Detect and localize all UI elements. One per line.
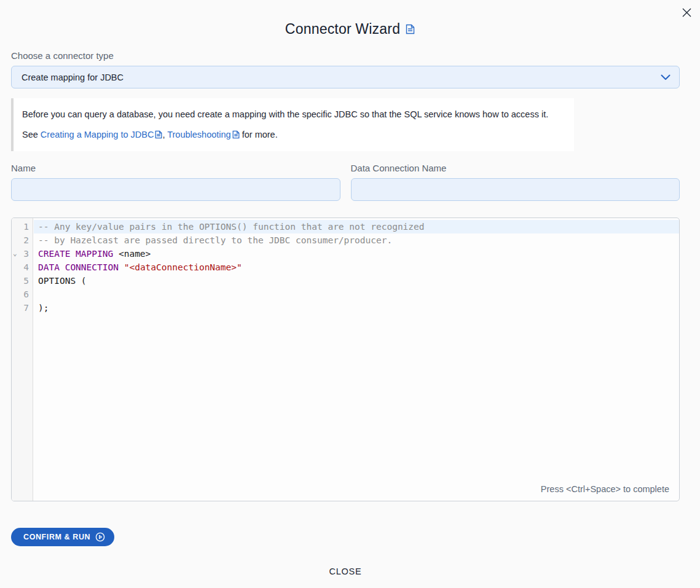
code-line-content[interactable]: DATA CONNECTION "<dataConnectionName>" bbox=[34, 261, 679, 274]
form-fields-row: Name Data Connection Name bbox=[11, 163, 680, 201]
code-line-content[interactable]: ); bbox=[34, 301, 679, 315]
connector-wizard-dialog: Connector Wizard Choose a connector type… bbox=[0, 0, 700, 588]
editor-line[interactable]: 5OPTIONS ( bbox=[12, 274, 679, 288]
dialog-header: Connector Wizard bbox=[0, 21, 700, 37]
code-token-comment: -- by Hazelcast are passed directly to t… bbox=[38, 235, 392, 245]
dialog-body: Choose a connector type Create mapping f… bbox=[11, 50, 680, 580]
name-field-group: Name bbox=[11, 163, 340, 201]
line-number[interactable]: 7 bbox=[12, 301, 34, 315]
connector-type-selected-value: Create mapping for JDBC bbox=[22, 73, 124, 82]
connector-type-label: Choose a connector type bbox=[11, 50, 680, 61]
data-connection-name-input[interactable] bbox=[351, 178, 680, 201]
code-token-plain: OPTIONS ( bbox=[38, 276, 87, 286]
code-token-plain bbox=[119, 262, 124, 272]
editor-line[interactable]: 7); bbox=[12, 301, 679, 315]
info-paragraph: Before you can query a database, you nee… bbox=[22, 108, 564, 120]
line-number[interactable]: 2 bbox=[12, 233, 34, 247]
code-token-plain: <name> bbox=[113, 249, 151, 259]
line-number[interactable]: 1 bbox=[12, 220, 34, 233]
close-button[interactable]: CLOSE bbox=[323, 563, 368, 580]
editor-line[interactable]: 4DATA CONNECTION "<dataConnectionName>" bbox=[12, 261, 679, 274]
info-links-line: See Creating a Mapping to JDBC, Troubles… bbox=[22, 128, 564, 141]
chevron-down-icon bbox=[661, 74, 671, 80]
code-token-keyword: DATA CONNECTION bbox=[38, 262, 119, 272]
editor-line[interactable]: 1-- Any key/value pairs in the OPTIONS()… bbox=[12, 220, 679, 233]
external-doc-icon[interactable] bbox=[155, 130, 162, 139]
line-number[interactable]: 5 bbox=[12, 274, 34, 288]
dialog-title: Connector Wizard bbox=[285, 21, 400, 37]
info-callout: Before you can query a database, you nee… bbox=[11, 98, 574, 151]
line-number[interactable]: 6 bbox=[12, 288, 34, 301]
data-connection-name-field-group: Data Connection Name bbox=[351, 163, 680, 201]
code-token-keyword: CREATE MAPPING bbox=[38, 249, 113, 259]
code-line-content[interactable]: OPTIONS ( bbox=[34, 274, 679, 288]
code-line-content[interactable]: -- Any key/value pairs in the OPTIONS() … bbox=[34, 220, 679, 233]
editor-lines: 1-- Any key/value pairs in the OPTIONS()… bbox=[12, 218, 679, 315]
line-number[interactable]: ⌄3 bbox=[12, 247, 34, 261]
line-number[interactable]: 4 bbox=[12, 261, 34, 274]
info-see-text: See bbox=[22, 130, 41, 139]
confirm-and-run-label: CONFIRM & RUN bbox=[23, 533, 90, 541]
play-circle-icon bbox=[95, 532, 105, 542]
name-label: Name bbox=[11, 163, 340, 173]
fold-arrow-icon[interactable]: ⌄ bbox=[13, 247, 17, 261]
confirm-and-run-button[interactable]: CONFIRM & RUN bbox=[11, 528, 114, 546]
docs-icon[interactable] bbox=[406, 24, 415, 34]
dialog-footer: CLOSE bbox=[11, 563, 680, 580]
info-suffix-text: for more. bbox=[240, 130, 278, 139]
editor-line[interactable]: 6 bbox=[12, 288, 679, 301]
code-line-content[interactable] bbox=[34, 288, 679, 301]
code-line-content[interactable]: CREATE MAPPING <name> bbox=[34, 247, 679, 261]
name-input[interactable] bbox=[11, 178, 340, 201]
sql-code-editor[interactable]: 1-- Any key/value pairs in the OPTIONS()… bbox=[11, 218, 680, 501]
close-icon[interactable] bbox=[680, 6, 693, 18]
code-token-plain: ); bbox=[38, 303, 49, 313]
link-creating-mapping-jdbc[interactable]: Creating a Mapping to JDBC bbox=[41, 130, 154, 139]
external-doc-icon[interactable] bbox=[232, 130, 240, 139]
code-line-content[interactable]: -- by Hazelcast are passed directly to t… bbox=[34, 233, 679, 247]
data-connection-name-label: Data Connection Name bbox=[351, 163, 680, 173]
code-token-string: "<dataConnectionName>" bbox=[124, 262, 242, 272]
connector-type-select[interactable]: Create mapping for JDBC bbox=[11, 66, 680, 88]
editor-line[interactable]: 2-- by Hazelcast are passed directly to … bbox=[12, 233, 679, 247]
editor-line[interactable]: ⌄3CREATE MAPPING <name> bbox=[12, 247, 679, 261]
link-troubleshooting[interactable]: Troubleshooting bbox=[167, 130, 230, 139]
code-token-comment: -- Any key/value pairs in the OPTIONS() … bbox=[38, 222, 425, 232]
autocomplete-hint: Press <Ctrl+Space> to complete bbox=[541, 484, 669, 494]
